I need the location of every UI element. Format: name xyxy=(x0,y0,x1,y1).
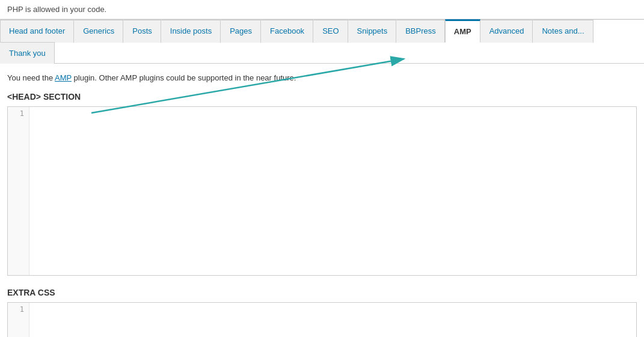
tab-seo[interactable]: SEO xyxy=(313,20,348,43)
head-section-wrapper: <HEAD> SECTION 1 xyxy=(7,92,637,276)
tab-notes-and[interactable]: Notes and... xyxy=(533,20,593,43)
top-notice: PHP is allowed in your code. xyxy=(0,0,644,19)
tab-facebook[interactable]: Facebook xyxy=(261,20,313,43)
tab-inside-posts[interactable]: Inside posts xyxy=(161,20,221,43)
css-line-numbers: 1 xyxy=(8,303,29,337)
head-section-label: <HEAD> SECTION xyxy=(7,92,637,102)
tab-amp[interactable]: AMP xyxy=(445,19,480,43)
extra-css-label: EXTRA CSS xyxy=(7,288,637,297)
svg-line-1 xyxy=(91,59,404,113)
tab-head-and-footer[interactable]: Head and footer xyxy=(0,20,74,43)
tab-thank-you[interactable]: Thank you xyxy=(0,42,55,64)
amp-notice: You need the AMP plugin. Other AMP plugi… xyxy=(7,73,637,82)
line-number-1: 1 xyxy=(13,109,24,118)
content-area: You need the AMP plugin. Other AMP plugi… xyxy=(0,64,644,337)
head-section-text: <HEAD> SECTION xyxy=(7,92,81,102)
tab-pages[interactable]: Pages xyxy=(221,20,261,43)
amp-link[interactable]: AMP xyxy=(55,73,72,82)
tab-advanced[interactable]: Advanced xyxy=(480,20,533,43)
tabs-bar: Head and footerGenericsPostsInside posts… xyxy=(0,19,644,64)
head-code-textarea[interactable] xyxy=(29,107,636,275)
tab-bbpress[interactable]: BBPress xyxy=(396,20,445,43)
notice-text: PHP is allowed in your code. xyxy=(7,5,106,14)
head-line-numbers: 1 xyxy=(8,107,29,275)
amp-notice-suffix: plugin. Other AMP plugins could be suppo… xyxy=(72,73,296,82)
css-line-number-1: 1 xyxy=(13,305,24,314)
tab-generics[interactable]: Generics xyxy=(74,20,123,43)
amp-notice-prefix: You need the xyxy=(7,73,55,82)
head-code-editor: 1 xyxy=(7,106,637,276)
tab-posts[interactable]: Posts xyxy=(123,20,161,43)
css-code-textarea[interactable] xyxy=(29,303,636,337)
css-code-editor: 1 xyxy=(7,302,637,337)
tab-snippets[interactable]: Snippets xyxy=(348,20,397,43)
extra-css-text: EXTRA CSS xyxy=(7,288,55,297)
